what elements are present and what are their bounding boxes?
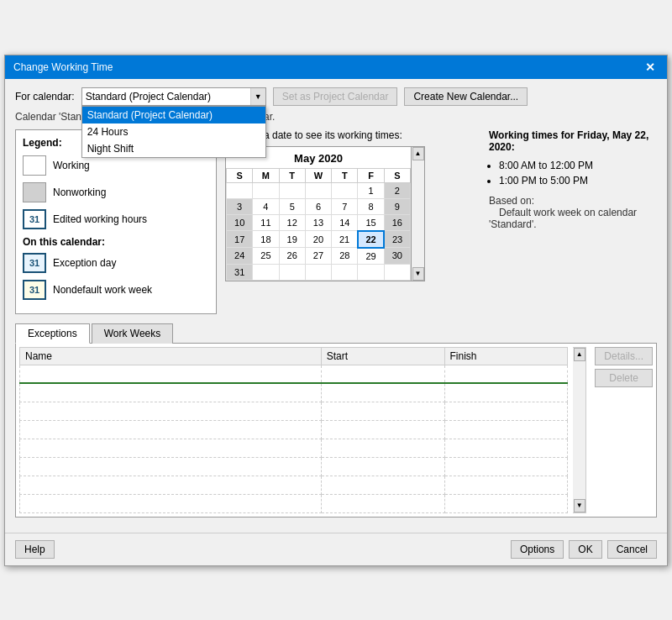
dropdown-arrow-icon[interactable]: ▼ (250, 88, 265, 105)
calendar-day[interactable]: 4 (253, 198, 279, 214)
exceptions-cell[interactable] (321, 365, 444, 383)
exceptions-cell[interactable] (444, 365, 568, 383)
exceptions-body (20, 365, 568, 512)
top-row: For calendar: Standard (Project Calendar… (15, 87, 657, 106)
exceptions-cell[interactable] (444, 494, 568, 512)
dialog-title: Change Working Time (13, 61, 113, 73)
exceptions-cell[interactable] (321, 494, 444, 512)
delete-button[interactable]: Delete (595, 369, 653, 387)
calendar-scroll-up[interactable]: ▲ (412, 147, 424, 160)
exceptions-row[interactable] (20, 457, 568, 476)
calendar-scrollbar[interactable]: ▲ ▼ (412, 146, 425, 281)
details-button[interactable]: Details... (595, 347, 653, 365)
exceptions-cell[interactable] (20, 476, 322, 494)
calendar-day[interactable]: 14 (332, 214, 358, 231)
calendar-day[interactable]: 28 (332, 248, 358, 265)
exceptions-cell[interactable] (321, 402, 444, 420)
calendar-day[interactable]: 9 (384, 198, 410, 214)
exceptions-row[interactable] (20, 365, 568, 383)
dropdown-option-standard[interactable]: Standard (Project Calendar) (82, 107, 265, 123)
exceptions-cell[interactable] (444, 476, 568, 494)
exceptions-cell[interactable] (444, 439, 568, 457)
exceptions-cell[interactable] (321, 383, 444, 402)
calendar-day[interactable]: 15 (358, 214, 384, 231)
calendar-day (332, 182, 358, 198)
calendar-day[interactable]: 6 (305, 198, 331, 214)
exceptions-cell[interactable] (321, 420, 444, 439)
calendar-day[interactable]: 12 (279, 214, 305, 231)
calendar-day[interactable]: 24 (227, 248, 253, 265)
calendar-day[interactable]: 21 (332, 231, 358, 248)
dropdown-option-nightshift[interactable]: Night Shift (82, 140, 265, 157)
calendar-day[interactable]: 17 (227, 231, 253, 248)
calendar-day[interactable]: 22 (358, 231, 384, 248)
dropdown-option-24hours[interactable]: 24 Hours (82, 123, 265, 140)
exceptions-cell[interactable] (321, 439, 444, 457)
exceptions-row[interactable] (20, 402, 568, 420)
calendar-dropdown-selected[interactable]: Standard (Project Calendar) (82, 91, 250, 102)
exceptions-cell[interactable] (444, 402, 568, 420)
calendar-day[interactable]: 1 (358, 182, 384, 198)
calendar-day[interactable]: 26 (279, 248, 305, 265)
calendar-day[interactable]: 8 (358, 198, 384, 214)
calendar-day[interactable]: 16 (384, 214, 410, 231)
options-button[interactable]: Options (511, 540, 564, 559)
calendar-day[interactable]: 27 (305, 248, 331, 265)
exceptions-cell[interactable] (20, 494, 322, 512)
cancel-button[interactable]: Cancel (607, 540, 657, 559)
exceptions-row[interactable] (20, 420, 568, 439)
calendar-day[interactable]: 2 (384, 182, 410, 198)
help-button[interactable]: Help (15, 540, 55, 559)
exceptions-cell[interactable] (444, 383, 568, 402)
exceptions-row[interactable] (20, 476, 568, 494)
exceptions-cell[interactable] (20, 402, 322, 420)
calendar-day[interactable]: 7 (332, 198, 358, 214)
tab-work-weeks[interactable]: Work Weeks (92, 323, 174, 344)
set-as-project-calendar-button[interactable]: Set as Project Calendar (273, 87, 398, 106)
exceptions-scroll-down[interactable]: ▼ (574, 499, 585, 512)
nondefault-swatch: 31 (23, 280, 46, 300)
col-finish: Finish (444, 347, 568, 365)
exceptions-row[interactable] (20, 494, 568, 512)
calendar-day[interactable]: 23 (384, 231, 410, 248)
exceptions-cell[interactable] (20, 383, 322, 402)
exceptions-scroll-up[interactable]: ▲ (574, 348, 585, 361)
exceptions-cell[interactable] (444, 420, 568, 439)
exceptions-cell[interactable] (321, 476, 444, 494)
calendar-day[interactable]: 11 (253, 214, 279, 231)
calendar-day[interactable]: 13 (305, 214, 331, 231)
exceptions-cell[interactable] (321, 457, 444, 476)
calendar-day[interactable]: 31 (227, 264, 253, 280)
edited-swatch: 31 (23, 209, 46, 229)
exceptions-cell[interactable] (444, 457, 568, 476)
calendar-scroll-down[interactable]: ▼ (412, 267, 424, 281)
nondefault-label: Nondefault work week (53, 284, 152, 296)
working-swatch (23, 155, 46, 176)
calendar-day[interactable]: 20 (305, 231, 331, 248)
tab-exceptions[interactable]: Exceptions (15, 323, 90, 344)
calendar-day[interactable]: 18 (253, 231, 279, 248)
working-times-based-on: Based on: Default work week on calendar … (489, 195, 657, 230)
exceptions-row[interactable] (20, 439, 568, 457)
calendar-day[interactable]: 5 (279, 198, 305, 214)
legend-exception-day: 31 Exception day (23, 253, 209, 273)
day-header-fri: F (358, 168, 384, 182)
calendar-day[interactable]: 25 (253, 248, 279, 265)
calendar-day[interactable]: 19 (279, 231, 305, 248)
create-new-calendar-button[interactable]: Create New Calendar... (404, 87, 528, 106)
exceptions-cell[interactable] (20, 365, 322, 383)
working-times-panel: Working times for Friday, May 22, 2020: … (489, 129, 657, 314)
exceptions-cell[interactable] (20, 420, 322, 439)
title-bar: Change Working Time ✕ (5, 55, 667, 79)
close-button[interactable]: ✕ (642, 60, 659, 74)
exceptions-row[interactable] (20, 383, 568, 402)
exceptions-cell[interactable] (20, 457, 322, 476)
calendar-day[interactable]: 10 (227, 214, 253, 231)
calendar-day[interactable]: 3 (227, 198, 253, 214)
exceptions-cell[interactable] (20, 439, 322, 457)
calendar-day[interactable]: 29 (358, 248, 384, 265)
calendar-day[interactable]: 30 (384, 248, 410, 265)
ok-button[interactable]: OK (569, 540, 601, 559)
calendar-dropdown-list: Standard (Project Calendar) 24 Hours Nig… (81, 106, 266, 158)
exceptions-scrollbar[interactable]: ▲ ▼ (573, 347, 586, 513)
